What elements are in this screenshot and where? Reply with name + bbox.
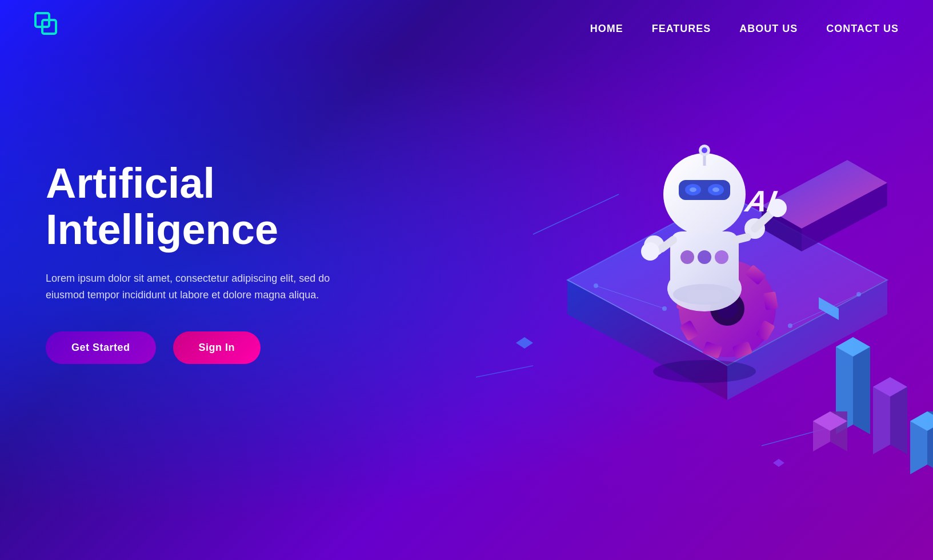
svg-point-47	[715, 250, 728, 264]
svg-point-65	[768, 199, 787, 217]
svg-point-72	[788, 323, 792, 328]
hero-buttons: Get Started Sign In	[46, 331, 389, 364]
logo[interactable]	[34, 12, 69, 46]
svg-point-73	[856, 292, 861, 297]
svg-marker-5	[516, 337, 533, 349]
robot-scene: AI	[419, 34, 933, 537]
svg-point-46	[698, 250, 711, 264]
svg-point-58	[702, 147, 707, 153]
nav-home[interactable]: HOME	[590, 23, 623, 35]
svg-line-2	[533, 194, 619, 234]
svg-rect-66	[687, 290, 722, 302]
get-started-button[interactable]: Get Started	[46, 331, 156, 364]
svg-point-54	[690, 187, 696, 192]
nav: HOME FEATURES ABOUT US CONTACT US	[590, 23, 899, 35]
svg-point-70	[594, 283, 598, 288]
svg-point-71	[662, 306, 667, 311]
svg-point-55	[712, 187, 719, 192]
page-container: HOME FEATURES ABOUT US CONTACT US Artifi…	[0, 0, 933, 560]
svg-line-4	[476, 366, 533, 377]
svg-marker-6	[773, 459, 784, 467]
hero-description: Lorem ipsum dolor sit amet, consectetur …	[46, 270, 331, 303]
hero-left: Artificial Intelligence Lorem ipsum dolo…	[46, 160, 389, 364]
svg-point-61	[641, 242, 659, 261]
sign-in-button[interactable]: Sign In	[173, 331, 261, 364]
nav-features[interactable]: FEATURES	[652, 23, 711, 35]
nav-about[interactable]: ABOUT US	[739, 23, 798, 35]
svg-point-67	[653, 360, 756, 383]
hero-illustration: AI	[390, 34, 933, 549]
svg-point-45	[680, 250, 694, 264]
nav-contact[interactable]: CONTACT US	[826, 23, 899, 35]
svg-line-63	[736, 237, 747, 240]
header: HOME FEATURES ABOUT US CONTACT US	[0, 0, 933, 57]
hero-title: Artificial Intelligence	[46, 160, 389, 253]
